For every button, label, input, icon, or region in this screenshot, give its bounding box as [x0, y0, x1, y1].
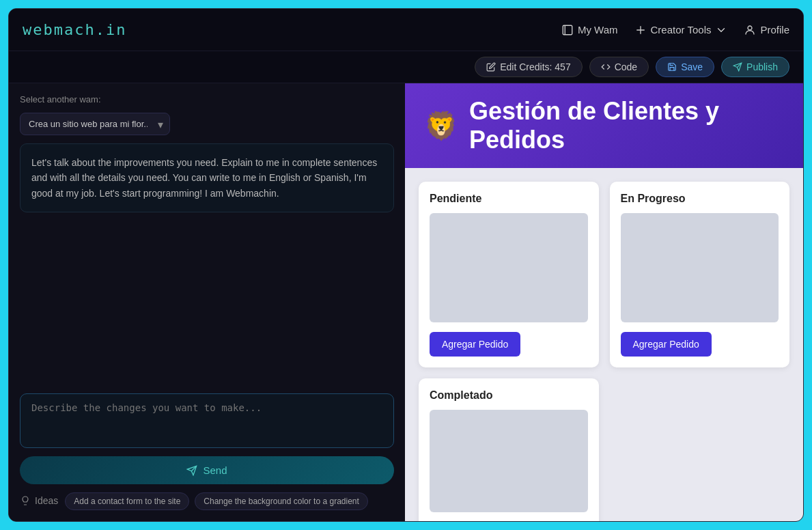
- app-container: webmach.in My Wam Creator Tools Profile …: [8, 8, 804, 522]
- idea-chip-0[interactable]: Add a contact form to the site: [65, 492, 189, 510]
- ideas-label: Ideas: [20, 492, 58, 506]
- preview-content: Pendiente Agregar Pedido En Progreso Agr…: [405, 168, 803, 521]
- main-content: Select another wam: Crea un sitio web pa…: [9, 83, 803, 521]
- creator-tools-label: Creator Tools: [651, 24, 712, 36]
- toolbar: Edit Credits: 457 Code Save Publish: [9, 51, 803, 83]
- edit-credits-button[interactable]: Edit Credits: 457: [475, 57, 583, 77]
- my-wam-label: My Wam: [578, 24, 618, 36]
- top-nav: webmach.in My Wam Creator Tools Profile: [9, 9, 803, 51]
- send-label: Send: [203, 464, 227, 476]
- en-progreso-card: En Progreso Agregar Pedido: [610, 182, 790, 367]
- pencil-icon: [486, 62, 496, 72]
- preview-header: 🦁 Gestión de Clientes y Pedidos: [405, 83, 803, 168]
- wam-select[interactable]: Crea un sitio web para mi flor...: [20, 113, 170, 135]
- pendiente-add-btn[interactable]: Agregar Pedido: [430, 332, 520, 357]
- save-button[interactable]: Save: [656, 57, 714, 77]
- chevron-down-icon: [715, 24, 727, 36]
- en-progreso-title: En Progreso: [621, 193, 779, 205]
- input-area: [20, 393, 394, 448]
- profile-nav[interactable]: Profile: [744, 24, 789, 36]
- en-progreso-add-btn[interactable]: Agregar Pedido: [621, 332, 712, 357]
- save-icon: [667, 62, 677, 72]
- wam-select-container: Crea un sitio web para mi flor... ▾: [20, 113, 170, 135]
- chat-spacer: [20, 221, 394, 385]
- save-label: Save: [681, 61, 703, 72]
- code-button[interactable]: Code: [589, 57, 649, 77]
- publish-button[interactable]: Publish: [721, 57, 789, 77]
- profile-icon: [744, 24, 756, 36]
- send-button[interactable]: Send: [20, 456, 394, 484]
- wam-select-label: Select another wam:: [20, 94, 394, 104]
- completado-card: Completado Agregar Pedido: [419, 378, 599, 521]
- my-wam-nav[interactable]: My Wam: [561, 24, 618, 36]
- svg-rect-0: [563, 25, 572, 35]
- send-icon: [733, 62, 742, 72]
- svg-point-2: [748, 26, 752, 30]
- send-icon: [186, 465, 197, 476]
- preview-logo: 🦁: [424, 110, 458, 142]
- pendiente-placeholder: [430, 213, 588, 322]
- publish-label: Publish: [746, 61, 778, 72]
- completado-placeholder: [430, 410, 588, 512]
- left-panel: Select another wam: Crea un sitio web pa…: [9, 83, 405, 521]
- creator-tools-nav[interactable]: Creator Tools: [634, 24, 728, 36]
- chat-messages: Let's talk about the improvements you ne…: [20, 143, 394, 212]
- logo: webmach.in: [23, 21, 126, 38]
- pendiente-card: Pendiente Agregar Pedido: [419, 182, 599, 367]
- ideas-section: Ideas Add a contact form to the site Cha…: [20, 492, 394, 510]
- code-label: Code: [615, 61, 637, 72]
- idea-chips: Add a contact form to the site Change th…: [65, 492, 368, 510]
- ideas-text: Ideas: [35, 495, 58, 506]
- profile-label: Profile: [760, 24, 789, 36]
- tools-icon: [634, 24, 647, 36]
- code-icon: [601, 62, 611, 72]
- right-panel: 🦁 Gestión de Clientes y Pedidos Pendient…: [405, 83, 803, 521]
- bulb-icon: [20, 495, 31, 506]
- book-icon: [561, 24, 574, 36]
- completado-title: Completado: [430, 389, 588, 402]
- idea-chip-1[interactable]: Change the background color to a gradien…: [195, 492, 368, 510]
- nav-right: My Wam Creator Tools Profile: [561, 24, 789, 36]
- chat-input[interactable]: [31, 402, 382, 439]
- preview-title: Gestión de Clientes y Pedidos: [469, 97, 784, 154]
- edit-credits-label: Edit Credits: 457: [500, 61, 571, 72]
- en-progreso-placeholder: [621, 213, 779, 322]
- pendiente-title: Pendiente: [430, 193, 588, 205]
- chat-message: Let's talk about the improvements you ne…: [31, 155, 382, 201]
